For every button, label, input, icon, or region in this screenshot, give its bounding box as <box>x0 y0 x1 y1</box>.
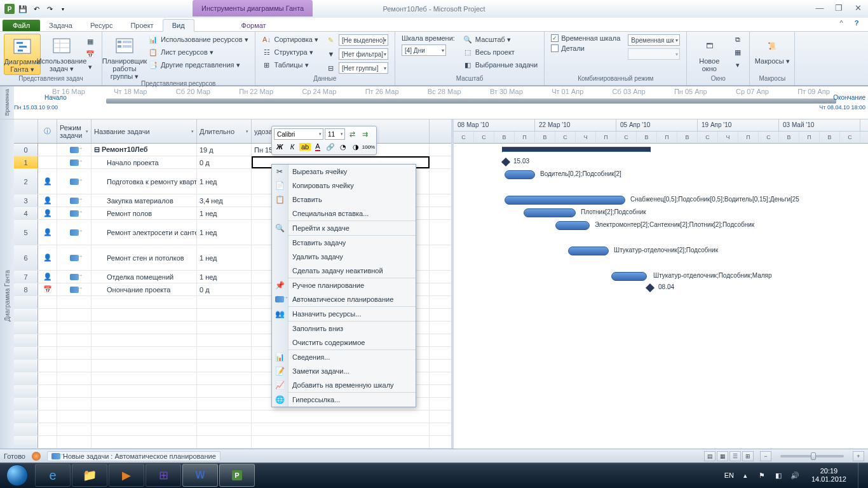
pct50-icon[interactable]: ◑ <box>350 141 362 152</box>
file-tab[interactable]: Файл <box>3 20 40 31</box>
filter[interactable]: ▼[Нет фильтра] <box>323 48 391 60</box>
timescale-minor[interactable]: П <box>799 132 820 143</box>
ctx-add-timeline[interactable]: 📈Добавить на временную шкалу <box>272 378 416 392</box>
pct100-icon[interactable]: 100% <box>363 141 374 152</box>
details-checkbox[interactable]: Детали <box>548 44 623 53</box>
highlight-filter[interactable]: ✎[Не выделено] <box>323 34 391 46</box>
row-info[interactable]: 👤 <box>38 169 57 194</box>
ctx-fill-down[interactable]: Заполнить вниз <box>272 322 416 336</box>
team-planner-button[interactable]: Планировщик работы группы ▾ <box>106 34 143 80</box>
row-name[interactable]: ⊟ Ремонт10Леб <box>92 144 197 156</box>
help-icon[interactable]: ? <box>851 18 862 28</box>
bg-color-icon[interactable]: ab <box>299 141 311 152</box>
view-side-label[interactable]: Диаграмма Ганта <box>0 119 14 471</box>
tray-volume-icon[interactable]: 🔊 <box>790 470 800 480</box>
ctx-clear[interactable]: Очистить содержимое <box>272 336 416 349</box>
taskbar-wmp[interactable]: ▶ <box>109 464 144 487</box>
row-index[interactable]: 0 <box>14 144 38 156</box>
row-mode[interactable] <box>57 245 92 270</box>
ctx-hyperlink[interactable]: 🌐Гиперссылка... <box>272 393 416 407</box>
timescale-minor[interactable]: С <box>616 132 637 143</box>
row-mode[interactable] <box>57 207 92 219</box>
zoom-out-button[interactable]: − <box>760 451 771 461</box>
font-combo[interactable]: Calibri <box>274 128 323 140</box>
row-mode[interactable] <box>57 271 92 283</box>
ctx-goto-task[interactable]: 🔍Перейти к задаче <box>272 221 416 235</box>
timescale-minor[interactable]: В <box>637 132 657 143</box>
timescale-minor[interactable]: Ч <box>718 132 738 143</box>
gantt-summary-bar[interactable] <box>502 147 651 152</box>
tab-task[interactable]: Задача <box>40 20 81 31</box>
row-duration[interactable]: 1 нед <box>197 169 252 194</box>
col-header-name[interactable]: Название задачи▾ <box>92 119 197 143</box>
col-header-duration[interactable]: Длительно▾ <box>197 119 252 143</box>
ctx-manual-schedule[interactable]: 📌Ручное планирование <box>272 278 416 292</box>
link-tasks-icon[interactable]: ⇄ <box>346 128 358 140</box>
tab-project[interactable]: Проект <box>121 20 162 31</box>
taskbar-project[interactable]: P <box>219 464 255 487</box>
timescale-minor[interactable]: В <box>677 132 698 143</box>
app-icon[interactable]: P <box>4 3 15 15</box>
zoom-button[interactable]: 🔍Масштаб ▾ <box>460 34 540 45</box>
timescale-minor[interactable]: С <box>454 132 474 143</box>
row-index[interactable]: 7 <box>14 271 38 283</box>
lang-indicator[interactable]: EN <box>724 471 734 479</box>
row-name[interactable]: Начало проекта <box>92 156 197 168</box>
gantt-body[interactable]: 15.03 Водитель[0,2];Подсобник[2] Снабжен… <box>454 144 868 460</box>
tables-button[interactable]: ⊞Таблицы ▾ <box>259 59 321 71</box>
row-duration[interactable]: 0 д <box>197 156 252 168</box>
tray-app-icon[interactable]: ◧ <box>773 470 783 480</box>
row-duration[interactable]: 1 нед <box>197 220 252 245</box>
table-row-empty[interactable] <box>14 410 451 423</box>
timeline-bar[interactable] <box>106 98 836 104</box>
row-duration[interactable]: 1 нед <box>197 271 252 283</box>
ctx-cut[interactable]: ✂Вырезать ячейку <box>272 165 416 179</box>
timescale-major[interactable]: 08 Мар '10 <box>454 119 535 131</box>
task-usage-button[interactable]: Использование задач ▾ <box>43 34 80 75</box>
ctx-inactivate[interactable]: Сделать задачу неактивной <box>272 264 416 278</box>
start-button[interactable] <box>0 463 34 488</box>
row-mode[interactable] <box>57 220 92 245</box>
tab-resource[interactable]: Ресурс <box>81 20 121 31</box>
timescale-minor[interactable]: В <box>820 132 840 143</box>
row-name[interactable]: Ремонт стен и потолков <box>92 245 197 270</box>
save-icon[interactable]: 💾 <box>17 3 29 15</box>
gantt-bar[interactable] <box>555 221 590 230</box>
row-name[interactable]: Подготовка к ремонту квартиры <box>92 169 197 194</box>
qat-customize-icon[interactable]: ▾ <box>57 3 69 15</box>
gantt-milestone[interactable] <box>646 283 654 292</box>
status-macro-icon[interactable] <box>32 452 41 461</box>
row-info[interactable]: 👤 <box>38 207 57 219</box>
row-info[interactable] <box>38 156 57 168</box>
timescale-minor[interactable]: С <box>698 132 718 143</box>
calendar-button[interactable]: 📅 <box>83 49 98 60</box>
ctx-assign-resources[interactable]: 👥Назначить ресурсы... <box>272 307 416 321</box>
arrange-all-button[interactable]: ▦ <box>730 46 745 58</box>
resource-usage-button[interactable]: 📊Использование ресурсов ▾ <box>146 34 251 45</box>
ctx-paste[interactable]: 📋Вставить <box>272 193 416 207</box>
row-info[interactable]: 👤 <box>38 271 57 283</box>
row-duration[interactable]: 3,4 нед <box>197 194 252 207</box>
ctx-insert-task[interactable]: Вставить задачу <box>272 236 416 250</box>
unlink-tasks-icon[interactable]: ⇉ <box>359 128 370 140</box>
timescale-minor[interactable]: С <box>840 132 860 143</box>
view-team-icon[interactable]: ☰ <box>729 451 741 461</box>
ctx-notes[interactable]: 📝Заметки задачи... <box>272 364 416 378</box>
ctx-paste-special[interactable]: Специальная вставка... <box>272 207 416 220</box>
col-header-info[interactable]: ⓘ <box>38 119 57 143</box>
zoom-slider[interactable] <box>780 455 844 458</box>
italic-icon[interactable]: К <box>287 141 298 152</box>
row-info[interactable]: 👤 <box>38 194 57 207</box>
tray-clock[interactable]: 20:19 14.01.2012 <box>806 467 851 484</box>
timescale-minor[interactable]: С <box>759 132 779 143</box>
ctx-delete-task[interactable]: Удалить задачу <box>272 250 416 264</box>
row-name[interactable]: Отделка помещений <box>92 271 197 283</box>
gantt-bar[interactable] <box>611 272 647 281</box>
pct25-icon[interactable]: ◔ <box>337 141 349 152</box>
tab-format[interactable]: Формат <box>233 20 275 31</box>
row-index[interactable]: 8 <box>14 283 38 295</box>
row-mode[interactable] <box>57 194 92 207</box>
gantt-bar[interactable] <box>505 196 625 205</box>
undo-icon[interactable]: ↶ <box>31 3 42 15</box>
timescale-major[interactable]: 22 Мар '10 <box>535 119 616 131</box>
